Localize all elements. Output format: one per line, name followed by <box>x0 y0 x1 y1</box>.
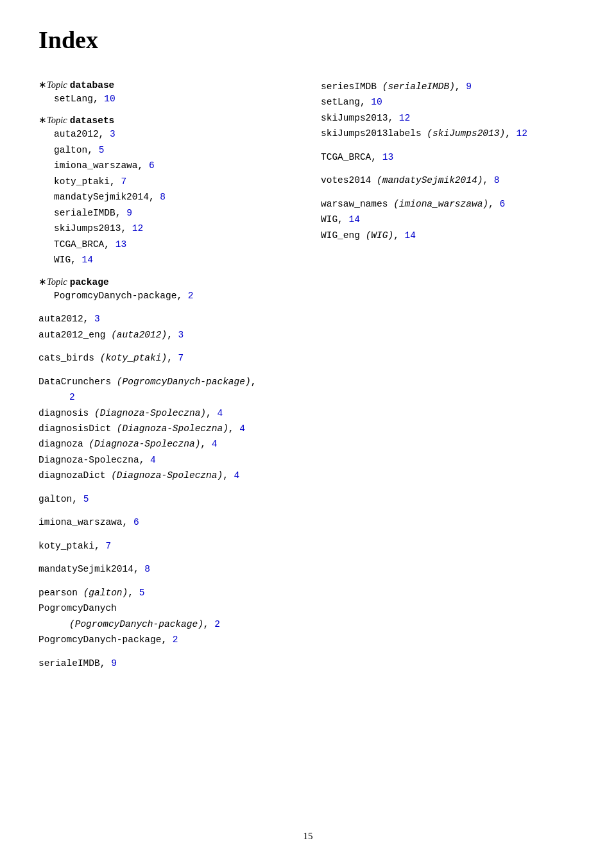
entry-context: (PogromcyDanych-package) <box>69 619 203 629</box>
page-link[interactable]: 4 <box>234 470 240 481</box>
page-link[interactable]: 4 <box>239 423 245 434</box>
list-item: galton, 5 <box>38 492 295 506</box>
page-link[interactable]: 13 <box>116 239 126 250</box>
list-item: galton, 5 <box>38 143 295 157</box>
entry-context: (Diagnoza-Spoleczna) <box>117 423 228 434</box>
topic-database: ∗Topic database <box>38 80 295 90</box>
page-link[interactable]: 12 <box>399 113 410 123</box>
entry-context: (serialeIMDB) <box>382 81 455 92</box>
list-item: DataCrunchers (PogromcyDanych-package), <box>38 375 295 389</box>
page-link[interactable]: 8 <box>144 564 150 574</box>
asterisk: ∗ <box>38 115 47 126</box>
page-link[interactable]: 14 <box>349 214 360 225</box>
list-item: auta2012, 3 <box>38 312 295 326</box>
page-link[interactable]: 12 <box>517 128 527 139</box>
page-link[interactable]: 3 <box>94 314 100 324</box>
page-link[interactable]: 5 <box>99 145 105 155</box>
list-item: serialeIMDB, 9 <box>38 206 295 220</box>
topic-package: ∗Topic package <box>38 277 295 287</box>
page-link[interactable]: 3 <box>178 330 184 340</box>
list-item: diagnoza (Diagnoza-Spoleczna), 4 <box>38 437 295 451</box>
page-link[interactable]: 7 <box>178 353 184 363</box>
page-link[interactable]: 6 <box>499 199 505 209</box>
list-item: setLang, 10 <box>321 95 578 109</box>
list-item: skiJumps2013, 12 <box>38 221 295 235</box>
list-item: auta2012, 3 <box>38 127 295 141</box>
page-link[interactable]: 12 <box>132 223 143 234</box>
right-column: seriesIMDB (serialeIMDB), 9 setLang, 10 … <box>321 80 578 672</box>
entry-context: (Diagnoza-Spoleczna) <box>111 470 223 481</box>
page-link[interactable]: 6 <box>133 517 139 527</box>
entry-context: (Diagnoza-Spoleczna) <box>89 439 200 449</box>
list-item: WIG, 14 <box>321 212 578 226</box>
page-link[interactable]: 4 <box>217 408 223 418</box>
entry-context: (WIG) <box>366 230 394 241</box>
page-link[interactable]: 14 <box>82 255 93 265</box>
page-link[interactable]: 2 <box>188 291 194 301</box>
list-item: koty_ptaki, 7 <box>38 539 295 553</box>
topic-datasets: ∗Topic datasets <box>38 115 295 126</box>
list-item-continuation: 2 <box>38 390 295 404</box>
list-item: diagnozaDict (Diagnoza-Spoleczna), 4 <box>38 468 295 482</box>
page-link[interactable]: 5 <box>83 494 89 504</box>
topic-name: database <box>70 80 115 90</box>
page-link[interactable]: 3 <box>110 129 116 139</box>
list-item: WIG, 14 <box>38 253 295 267</box>
page-link[interactable]: 2 <box>173 635 178 645</box>
list-item: auta2012_eng (auta2012), 3 <box>38 328 295 342</box>
page-link[interactable]: 9 <box>126 208 132 218</box>
list-item: pearson (galton), 5 <box>38 586 295 600</box>
entry-context: (imiona_warszawa) <box>393 199 488 209</box>
page-link[interactable]: 13 <box>382 152 393 162</box>
topic-label: Topic <box>47 115 67 126</box>
list-item: warsaw_names (imiona_warszawa), 6 <box>321 197 578 211</box>
list-item: mandatySejmik2014, 8 <box>38 190 295 204</box>
entry-context: (Diagnoza-Spoleczna) <box>94 408 206 418</box>
list-item: WIG_eng (WIG), 14 <box>321 228 578 243</box>
page-link[interactable]: 5 <box>139 588 145 598</box>
page-link[interactable]: 8 <box>494 175 500 185</box>
entry-context: (PogromcyDanych-package) <box>117 377 251 387</box>
list-item: diagnosisDict (Diagnoza-Spoleczna), 4 <box>38 422 295 436</box>
list-item: diagnosis (Diagnoza-Spoleczna), 4 <box>38 406 295 420</box>
topic-label: Topic <box>47 277 67 287</box>
page-link[interactable]: 8 <box>160 192 166 202</box>
list-item: Diagnoza-Spoleczna, 4 <box>38 453 295 467</box>
topic-name: datasets <box>70 115 115 126</box>
page-link[interactable]: 6 <box>149 160 155 171</box>
asterisk: ∗ <box>38 277 47 287</box>
page-link[interactable]: 2 <box>69 392 75 402</box>
list-item: votes2014 (mandatySejmik2014), 8 <box>321 173 578 187</box>
page-link[interactable]: 2 <box>214 619 220 629</box>
list-item: PogromcyDanych <box>38 601 295 615</box>
list-item: imiona_warszawa, 6 <box>38 158 295 173</box>
entry-context: (auta2012) <box>111 330 167 340</box>
page-number: 15 <box>304 831 313 842</box>
page-title: Index <box>38 26 578 54</box>
asterisk: ∗ <box>38 80 47 90</box>
entry-context: (galton) <box>83 588 128 598</box>
list-item: koty_ptaki, 7 <box>38 175 295 189</box>
topic-name: package <box>70 277 109 287</box>
page-link[interactable]: 4 <box>150 455 156 465</box>
list-item: skiJumps2013, 12 <box>321 111 578 125</box>
page-link[interactable]: 9 <box>466 81 472 92</box>
list-item: TCGA_BRCA, 13 <box>321 150 578 164</box>
list-item: serialeIMDB, 9 <box>38 656 295 670</box>
left-column: ∗Topic database setLang, 10 ∗Topic datas… <box>38 80 295 672</box>
page-link[interactable]: 9 <box>111 658 117 669</box>
list-item: (PogromcyDanych-package), 2 <box>38 617 295 631</box>
list-item: imiona_warszawa, 6 <box>38 515 295 529</box>
page-link[interactable]: 7 <box>121 176 126 187</box>
page-link[interactable]: 4 <box>212 439 218 449</box>
entry-context: (skiJumps2013) <box>427 128 505 139</box>
list-item: mandatySejmik2014, 8 <box>38 562 295 576</box>
page-link[interactable]: 10 <box>371 97 382 107</box>
page-link[interactable]: 14 <box>405 230 416 241</box>
list-item: TCGA_BRCA, 13 <box>38 237 295 251</box>
list-item: cats_birds (koty_ptaki), 7 <box>38 351 295 365</box>
entry-context: (mandatySejmik2014) <box>377 175 483 185</box>
page-link[interactable]: 10 <box>104 94 115 104</box>
page-link[interactable]: 7 <box>105 541 111 551</box>
list-item: PogromcyDanych-package, 2 <box>38 289 295 303</box>
